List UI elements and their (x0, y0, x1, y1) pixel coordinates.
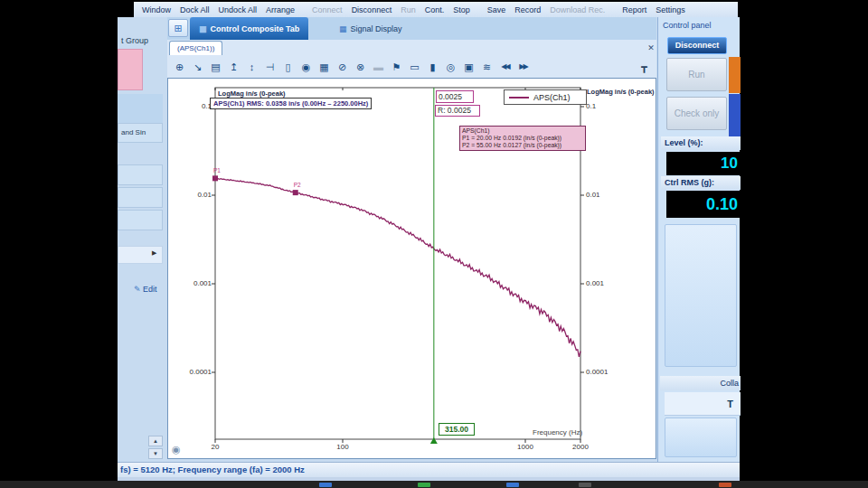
menu-dock-all[interactable]: Dock All (175, 5, 214, 15)
tab-label: Control Composite Tab (211, 24, 300, 33)
marker-annotation-box[interactable]: APS(Ch1) P1 = 20.00 Hz 0.0192 (in/s (0-p… (459, 126, 586, 151)
svg-text:P2: P2 (294, 182, 301, 188)
fit-scale-icon[interactable]: ↘ (190, 60, 205, 75)
annotation-icon[interactable]: ▭ (407, 60, 422, 75)
menu-report[interactable]: Report (618, 5, 651, 15)
menu-settings[interactable]: Settings (651, 5, 690, 15)
close-icon[interactable]: ✕ (646, 42, 656, 53)
collapse-header[interactable]: Colla (660, 376, 741, 390)
left-list-item[interactable] (118, 210, 163, 230)
menu-arrange[interactable]: Arrange (261, 5, 299, 15)
tab-signal-display[interactable]: ▦ Signal Display (330, 17, 411, 40)
status-bar: fs) = 5120 Hz; Frequency range (fa) = 20… (118, 462, 740, 477)
menu-bar: WindowDock AllUndock AllArrangeConnectDi… (134, 2, 738, 17)
menu-save[interactable]: Save (483, 5, 511, 15)
line-style-icon: ▬ (371, 60, 386, 75)
marker-list-icon[interactable]: ▦ (316, 60, 332, 75)
scroll-down-button[interactable]: ▼ (148, 448, 163, 459)
y-tick-label: 0.0001 (184, 368, 212, 376)
harmonic-cursor-icon[interactable]: ⊣ (262, 60, 278, 75)
svg-text:P1: P1 (213, 167, 221, 174)
menu-record[interactable]: Record (510, 5, 545, 15)
rms-annotation[interactable]: APS(Ch1) RMS: 0.0358 in/s (0.00Hz – 2250… (210, 98, 372, 109)
ctrl-rms-label: Ctrl RMS (g): (661, 176, 741, 190)
taskbar-app-icon[interactable] (506, 483, 519, 487)
peak-marker-icon[interactable]: ◉ (298, 60, 314, 75)
remove-all-markers-icon[interactable]: ⊗ (353, 60, 368, 75)
screen: WindowDock AllUndock AllArrangeConnectDi… (0, 0, 868, 488)
bar-display-icon[interactable]: ▮ (425, 60, 440, 75)
pin-icon[interactable]: ┳ (637, 60, 652, 75)
edit-button[interactable]: ✎ Edit (134, 285, 157, 294)
pencil-icon: ✎ (134, 285, 141, 294)
zoom-icon[interactable]: ⊕ (172, 60, 187, 75)
left-pink-button[interactable] (118, 49, 143, 90)
menu-stop[interactable]: Stop (448, 5, 475, 15)
rewind-icon[interactable]: ◀◀ (497, 60, 513, 75)
chart-toolbar: ⊕↘▤↥↕⊣▯◉▦⊘⊗▬⚑▭▮◎▣≋◀◀▶▶┳ (167, 56, 656, 78)
legend-line-sample (509, 97, 529, 99)
ctrl-rms-display: 0.10 (666, 191, 741, 218)
grid-icon: ▦ (339, 24, 347, 33)
x-tick-label: 1000 (514, 443, 536, 451)
subtab-strip (167, 40, 656, 56)
taskbar-app-icon[interactable] (719, 483, 731, 487)
y-tick-label: 0.001 (184, 279, 212, 287)
y-tick-label: 0.0001 (586, 368, 608, 376)
cursor-r-value-box: R: 0.0025 (435, 105, 480, 117)
y-tick-label: 0.001 (586, 279, 604, 287)
t-row[interactable]: T (665, 392, 741, 416)
forward-icon[interactable]: ▶▶ (515, 60, 531, 75)
taskbar[interactable] (0, 481, 868, 488)
y-axis-title-left: LogMag in/s (0-peak) (218, 89, 286, 98)
tab-label: Signal Display (351, 24, 402, 33)
menu-disconnect[interactable]: Disconnect (347, 5, 397, 15)
left-list-item[interactable] (118, 187, 163, 208)
taskbar-app-icon[interactable] (579, 483, 591, 487)
tab-control-composite[interactable]: ▦ Control Composite Tab (190, 17, 308, 40)
subtab-aps-ch1[interactable]: (APS(Ch1)) (169, 41, 222, 55)
menu-undock-all[interactable]: Undock All (214, 5, 262, 15)
taskbar-app-icon[interactable] (319, 483, 332, 487)
side-panel-lower (665, 418, 737, 457)
legend-label: APS(Ch1) (533, 93, 571, 102)
menu-download-rec-: Download Rec. (545, 5, 609, 15)
legend: APS(Ch1) (504, 89, 587, 105)
cursor-frequency-box[interactable]: 315.00 (439, 423, 475, 436)
taskbar-app-icon[interactable] (418, 483, 430, 487)
left-list-item[interactable] (118, 164, 163, 185)
save-signal-icon[interactable]: ▣ (461, 60, 476, 75)
edit-label: Edit (143, 285, 157, 294)
control-panel-title: Control panel (663, 21, 712, 30)
check-only-button: Check only (666, 97, 727, 130)
expand-arrow-icon[interactable]: ▶ (152, 249, 156, 257)
menu-cont-[interactable]: Cont. (420, 5, 449, 15)
chart-panel[interactable]: P1P2 LogMag in/s (0-peak) LogMag in/s (0… (167, 78, 656, 459)
overlap-icon[interactable]: ≋ (479, 60, 495, 75)
disconnect-button[interactable]: Disconnect (667, 37, 727, 54)
y-tick-label: 0.01 (586, 191, 600, 199)
y-tick-label: 0.1 (586, 102, 596, 110)
orange-indicator (729, 57, 741, 93)
window-scale-icon[interactable]: ▤ (208, 60, 223, 75)
y-tick-label: 0.01 (184, 191, 212, 199)
level-label: Level (%): (661, 136, 741, 150)
remove-marker-icon[interactable]: ⊘ (335, 60, 350, 75)
delete-cursor-icon[interactable]: ▯ (280, 60, 296, 75)
dual-cursor-icon[interactable]: ↕ (244, 60, 259, 75)
snapshot-icon[interactable]: ◉ (172, 444, 181, 455)
x-axis-label: Frequency (Hz) (533, 428, 582, 436)
control-panel: Control panel Disconnect Run Check only … (657, 17, 740, 462)
menu-connect: Connect (307, 5, 347, 15)
menu-window[interactable]: Window (137, 5, 175, 15)
dock-nav-button[interactable]: ⊞ (168, 19, 188, 37)
cursor-value-box: 0.0025 (436, 90, 474, 103)
menu-run: Run (396, 5, 420, 15)
x-tick-label: 2000 (570, 443, 591, 451)
snapshot-icon[interactable]: ◎ (443, 60, 458, 75)
grid-icon: ▦ (199, 24, 207, 33)
left-sine-item[interactable]: and Sin (118, 123, 163, 143)
flag-icon[interactable]: ⚑ (389, 60, 404, 75)
single-cursor-icon[interactable]: ↥ (226, 60, 241, 75)
scroll-up-button[interactable]: ▲ (148, 436, 163, 446)
